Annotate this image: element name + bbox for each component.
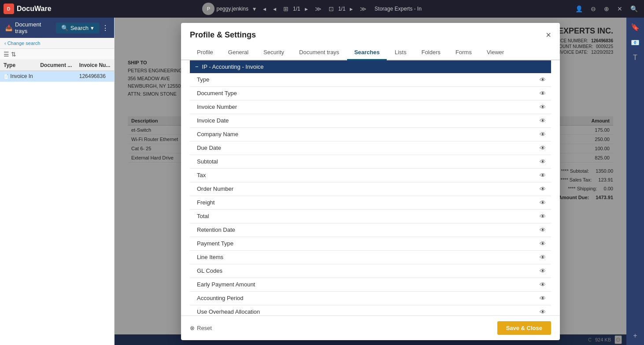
field-visibility-toggle[interactable]: 👁 — [540, 295, 546, 302]
modal-tab-folders[interactable]: Folders — [415, 45, 448, 60]
prev-doc-button[interactable]: ◂ — [260, 4, 269, 14]
field-visibility-toggle[interactable]: 👁 — [540, 104, 546, 111]
field-row: Payment Type👁 — [190, 237, 551, 251]
modal-footer: ⊗ Reset Save & Close — [181, 315, 560, 340]
col-type: Type — [0, 60, 37, 71]
table-row[interactable]: 📄 Invoice In 126496836 — [0, 71, 114, 82]
field-name-accounting-period: Accounting Period — [197, 295, 540, 301]
user-area: P peggy.jenkins ▾ — [202, 3, 259, 15]
field-visibility-toggle[interactable]: 👁 — [540, 281, 546, 288]
doc-type-icon: 📄 — [4, 74, 9, 79]
save-close-button[interactable]: Save & Close — [497, 321, 551, 335]
modal-tab-searches[interactable]: Searches — [347, 45, 387, 60]
modal-tab-viewer[interactable]: Viewer — [480, 45, 511, 60]
zoom-in-button[interactable]: ⊕ — [601, 4, 612, 14]
field-name-company-name: Company Name — [197, 131, 540, 137]
doc-next-more-button[interactable]: ≫ — [357, 4, 369, 14]
field-visibility-toggle[interactable]: 👁 — [540, 254, 546, 261]
prev-button[interactable]: ◂ — [270, 4, 279, 14]
field-row: Invoice Date👁 — [190, 114, 551, 128]
storage-label: Storage Experts - In — [374, 6, 422, 12]
modal-close-button[interactable]: × — [546, 30, 551, 40]
fields-container: Type👁Document Type👁Invoice Number👁Invoic… — [190, 73, 551, 315]
field-row: Invoice Number👁 — [190, 100, 551, 114]
sort-button[interactable]: ⇅ — [11, 51, 16, 58]
sidebar-header: 📥 Document trays 🔍 Search ▾ ⋮ — [0, 18, 114, 38]
field-visibility-toggle[interactable]: 👁 — [540, 240, 546, 247]
document-trays-icon: 📥 — [5, 25, 12, 31]
svg-text:D: D — [7, 7, 10, 11]
modal-body: − IP - Accounting - Invoice Type👁Documen… — [181, 60, 560, 315]
field-visibility-toggle[interactable]: 👁 — [540, 199, 546, 206]
document-trays-label: Document trays — [15, 21, 53, 34]
modal-tab-profile[interactable]: Profile — [190, 45, 220, 60]
sidebar-menu-button[interactable]: ⋮ — [102, 24, 109, 32]
field-row: Total👁 — [190, 210, 551, 223]
search-group-header[interactable]: − IP - Accounting - Invoice — [190, 60, 551, 73]
field-row: Due Date👁 — [190, 141, 551, 155]
search-label: Search — [70, 25, 89, 31]
right-icon-teams[interactable]: T — [631, 52, 639, 63]
search-button[interactable]: 🔍 Search ▾ — [56, 22, 99, 33]
close-button[interactable]: ✕ — [614, 4, 625, 14]
next-button[interactable]: ▸ — [302, 4, 311, 14]
field-visibility-toggle[interactable]: 👁 — [540, 267, 546, 275]
zoom-out-button[interactable]: ⊖ — [588, 4, 599, 14]
collapse-icon: − — [195, 63, 199, 70]
field-name-payment-type: Payment Type — [197, 240, 540, 247]
field-row: GL Codes👁 — [190, 264, 551, 278]
reset-button[interactable]: ⊗ Reset — [190, 325, 212, 331]
field-name-due-date: Due Date — [197, 145, 540, 151]
field-row: Line Items👁 — [190, 251, 551, 264]
next-prev-button[interactable]: ≫ — [312, 4, 324, 14]
field-name-invoice-date: Invoice Date — [197, 117, 540, 124]
field-visibility-toggle[interactable]: 👁 — [540, 226, 546, 234]
search-group-label: IP - Accounting - Invoice — [202, 63, 264, 70]
left-sidebar: 📥 Document trays 🔍 Search ▾ ⋮ ‹ Change s… — [0, 18, 115, 345]
modal-tabs: ProfileGeneralSecurityDocument traysSear… — [181, 45, 560, 60]
field-name-use-overhead-allocation: Use Overhead Allocation — [197, 308, 540, 315]
field-name-invoice-number: Invoice Number — [197, 104, 540, 110]
right-icon-bookmark[interactable]: 🔖 — [629, 21, 641, 33]
reset-label: Reset — [197, 325, 212, 331]
field-name-gl-codes: GL Codes — [197, 267, 540, 274]
field-visibility-toggle[interactable]: 👁 — [540, 308, 546, 315]
user-profile-button[interactable]: 👤 — [573, 4, 585, 14]
field-row: Document Type👁 — [190, 87, 551, 100]
doc-button[interactable]: ⊡ — [326, 4, 337, 14]
field-visibility-toggle[interactable]: 👁 — [540, 131, 546, 138]
doc-next-button[interactable]: ▸ — [347, 4, 355, 14]
doc-indicator: 1/1 — [338, 6, 346, 12]
field-visibility-toggle[interactable]: 👁 — [540, 90, 546, 97]
modal-tab-lists[interactable]: Lists — [388, 45, 414, 60]
right-icon-add[interactable]: + — [631, 330, 639, 341]
field-visibility-toggle[interactable]: 👁 — [540, 158, 546, 165]
field-row: Accounting Period👁 — [190, 292, 551, 305]
layers-button[interactable]: ⊞ — [281, 4, 291, 14]
change-search-button[interactable]: ‹ Change search — [4, 41, 40, 46]
field-visibility-toggle[interactable]: 👁 — [540, 76, 546, 83]
list-view-button[interactable]: ☰ — [4, 51, 9, 58]
search-toolbar-button[interactable]: 🔍 — [628, 4, 640, 14]
page-indicator: 1/1 — [293, 6, 300, 12]
field-visibility-toggle[interactable]: 👁 — [540, 172, 546, 179]
field-visibility-toggle[interactable]: 👁 — [540, 185, 546, 193]
field-name-freight: Freight — [197, 199, 540, 206]
right-icon-email[interactable]: 📧 — [629, 37, 641, 48]
field-visibility-toggle[interactable]: 👁 — [540, 117, 546, 124]
field-visibility-toggle[interactable]: 👁 — [540, 213, 546, 220]
field-row: Company Name👁 — [190, 128, 551, 141]
main-layout: 📥 Document trays 🔍 Search ▾ ⋮ ‹ Change s… — [0, 18, 644, 345]
modal-tab-forms[interactable]: Forms — [448, 45, 479, 60]
modal-tab-security[interactable]: Security — [256, 45, 291, 60]
modal-tab-document-trays[interactable]: Document trays — [292, 45, 346, 60]
col-document: Document ... — [37, 60, 76, 71]
user-name: peggy.jenkins — [216, 6, 248, 12]
results-table: Type Document ... Invoice Nu... 📄 Invoic… — [0, 60, 114, 82]
modal-tab-general[interactable]: General — [221, 45, 255, 60]
modal-header: Profile & Settings × — [181, 23, 560, 40]
field-visibility-toggle[interactable]: 👁 — [540, 145, 546, 152]
user-dropdown-button[interactable]: ▾ — [250, 4, 259, 14]
modal-overlay: Profile & Settings × ProfileGeneralSecur… — [115, 18, 626, 345]
logo-area: D DocuWare — [4, 4, 52, 14]
